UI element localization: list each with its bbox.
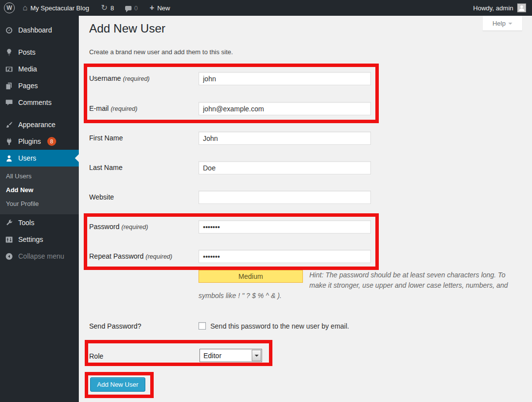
help-label: Help (493, 20, 506, 27)
send-password-label: Send Password? (89, 322, 141, 330)
wordpress-logo-icon: W (4, 2, 15, 13)
comment-count: 0 (134, 4, 138, 12)
last-name-label: Last Name (89, 164, 123, 171)
username-row: Username(required) (89, 72, 523, 85)
repeat-password-input[interactable] (199, 250, 371, 263)
updates-indicator[interactable]: ↻ 8 (97, 0, 118, 16)
sidebar-item-label: Comments (18, 99, 52, 106)
required-hint: (required) (123, 75, 150, 82)
email-input[interactable] (199, 102, 371, 115)
wordpress-admin-page: W ⌂ My Spectacular Blog ↻ 8 0 + New Howd… (0, 0, 532, 402)
comments-icon (4, 98, 14, 107)
settings-icon (4, 234, 14, 244)
sidebar-item-settings[interactable]: Settings (0, 231, 79, 248)
sidebar-item-posts[interactable]: Posts (0, 44, 79, 61)
new-content-button[interactable]: + New (146, 0, 174, 16)
send-password-checkbox-label[interactable]: Send this password to the new user by em… (210, 322, 349, 330)
password-hint-area: Medium Hint: The password should be at l… (199, 270, 514, 301)
comments-icon (125, 6, 132, 10)
role-row: Role Editor (89, 350, 523, 363)
website-row: Website (89, 191, 523, 204)
comments-indicator[interactable]: 0 (121, 0, 142, 16)
help-tab[interactable]: Help (483, 16, 522, 31)
sidebar-item-label: Users (18, 154, 36, 162)
new-label: New (157, 4, 170, 12)
send-password-checkbox[interactable] (199, 322, 206, 330)
sidebar-item-label: Collapse menu (18, 252, 64, 260)
required-hint: (required) (121, 224, 148, 231)
sidebar-item-label: Media (18, 65, 37, 73)
page-description: Create a brand new user and add them to … (89, 48, 233, 56)
site-home-link[interactable]: ⌂ My Spectacular Blog (19, 0, 93, 16)
sidebar-item-dashboard[interactable]: Dashboard (0, 22, 79, 38)
main-content: Help Add New User Create a brand new use… (79, 16, 532, 402)
sidebar-item-label: Appearance (18, 121, 56, 129)
password-strength-meter: Medium (199, 270, 303, 283)
role-label: Role (89, 352, 103, 360)
wordpress-logo-menu[interactable]: W (0, 0, 19, 16)
sidebar-item-label: Dashboard (18, 26, 52, 34)
collapse-menu-button[interactable]: Collapse menu (0, 248, 79, 265)
add-new-user-button[interactable]: Add New User (90, 377, 145, 392)
updates-icon: ↻ (101, 4, 107, 12)
sidebar-item-label: Pages (18, 82, 38, 90)
username-input[interactable] (199, 72, 371, 85)
pushpin-icon (4, 47, 14, 57)
admin-bar: W ⌂ My Spectacular Blog ↻ 8 0 + New Howd… (0, 0, 532, 16)
sidebar-item-media[interactable]: Media (0, 61, 79, 77)
submenu-item-your-profile[interactable]: Your Profile (0, 197, 79, 211)
sidebar-item-comments[interactable]: Comments (0, 94, 79, 111)
sidebar-item-label: Settings (18, 235, 43, 243)
repeat-password-row: Repeat Password(required) (89, 250, 523, 263)
role-selected-value: Editor (200, 352, 252, 360)
dashboard-icon (4, 25, 14, 35)
update-count: 8 (110, 4, 114, 12)
admin-sidebar: Dashboard Posts Media Pages Comments App… (0, 16, 79, 402)
sidebar-item-pages[interactable]: Pages (0, 77, 79, 94)
required-hint: (required) (111, 105, 137, 112)
website-label: Website (89, 193, 114, 201)
sidebar-item-label: Plugins (18, 137, 41, 145)
role-select[interactable]: Editor (200, 349, 262, 362)
password-input[interactable] (199, 220, 371, 234)
plugin-icon (4, 136, 14, 146)
user-icon (4, 153, 14, 163)
first-name-row: First Name (89, 132, 523, 145)
plus-icon: + (150, 4, 154, 12)
plugins-update-badge: 8 (47, 137, 56, 146)
media-icon (4, 64, 14, 74)
required-hint: (required) (146, 253, 172, 260)
users-submenu: All Users Add New Your Profile (0, 167, 79, 214)
password-label: Password(required) (89, 223, 148, 231)
page-title: Add New User (89, 22, 166, 35)
sidebar-item-tools[interactable]: Tools (0, 214, 79, 231)
username-label: Username(required) (89, 74, 150, 82)
my-account-menu[interactable]: Howdy, admin (473, 0, 532, 16)
last-name-row: Last Name (89, 161, 523, 174)
last-name-input[interactable] (199, 161, 371, 174)
brush-icon (4, 120, 14, 130)
site-name: My Spectacular Blog (31, 4, 89, 12)
sidebar-item-plugins[interactable]: Plugins 8 (0, 133, 79, 150)
sidebar-item-label: Posts (18, 48, 35, 56)
dropdown-arrow-button[interactable] (252, 350, 261, 361)
avatar (517, 3, 526, 12)
website-input[interactable] (199, 191, 371, 204)
collapse-arrow-icon (4, 251, 14, 261)
submenu-item-all-users[interactable]: All Users (0, 169, 79, 183)
password-row: Password(required) (89, 220, 523, 234)
howdy-text: Howdy, admin (473, 4, 513, 12)
home-icon: ⌂ (23, 4, 28, 12)
wrench-icon (4, 218, 14, 228)
send-password-row: Send Password? Send this password to the… (89, 320, 523, 333)
chevron-down-icon (508, 23, 512, 27)
sidebar-item-appearance[interactable]: Appearance (0, 116, 79, 133)
first-name-input[interactable] (199, 132, 371, 145)
sidebar-item-label: Tools (18, 219, 34, 227)
submenu-item-add-new[interactable]: Add New (0, 183, 79, 197)
repeat-password-label: Repeat Password(required) (89, 252, 172, 260)
email-label: E-mail(required) (89, 104, 137, 112)
first-name-label: First Name (89, 134, 123, 142)
sidebar-item-users[interactable]: Users (0, 150, 79, 167)
pages-icon (4, 81, 14, 91)
